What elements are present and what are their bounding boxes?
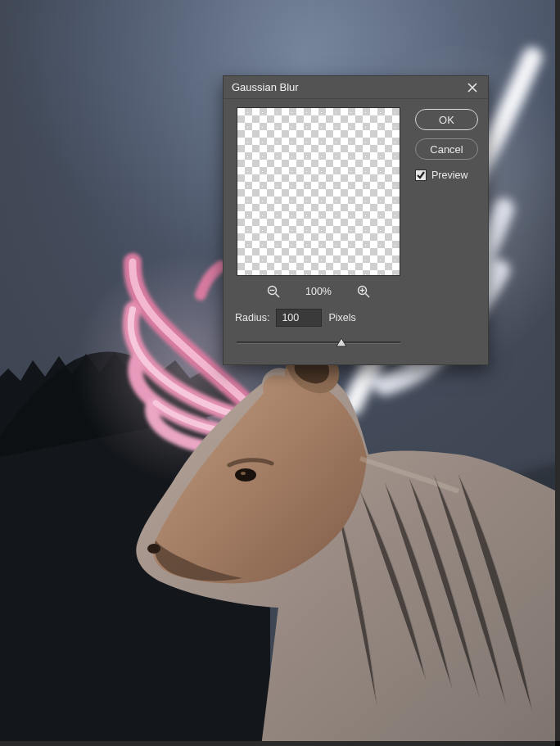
slider-thumb[interactable] [336, 337, 347, 348]
preview-label: Preview [431, 170, 467, 181]
scrollbar-horizontal[interactable] [0, 741, 555, 746]
dialog-title: Gaussian Blur [232, 81, 299, 93]
svg-point-4 [235, 468, 256, 482]
gaussian-blur-dialog: Gaussian Blur 100% [223, 75, 489, 365]
ok-label: OK [439, 114, 454, 126]
svg-line-7 [276, 294, 280, 298]
cancel-label: Cancel [430, 143, 463, 156]
check-icon [417, 171, 425, 179]
svg-point-5 [241, 472, 246, 475]
dialog-right-column: OK Cancel Preview [415, 107, 478, 353]
zoom-percentage: 100% [302, 286, 335, 297]
slider-track [237, 341, 400, 344]
cancel-button[interactable]: Cancel [415, 138, 478, 160]
close-icon [467, 83, 477, 93]
zoom-row: 100% [233, 279, 404, 304]
radius-input[interactable] [276, 309, 322, 327]
radius-unit: Pixels [328, 312, 355, 323]
preview-checkbox[interactable] [415, 170, 427, 181]
radius-label: Radius: [235, 312, 269, 323]
ok-button[interactable]: OK [415, 109, 478, 130]
scrollbar-vertical[interactable] [555, 0, 560, 741]
close-button[interactable] [465, 80, 480, 95]
slider-thumb-icon [336, 337, 347, 348]
radius-slider[interactable] [233, 333, 404, 353]
dialog-body: 100% Radius: Pixels [224, 99, 488, 364]
zoom-out-icon [267, 285, 280, 298]
radius-row: Radius: Pixels [233, 309, 404, 327]
zoom-out-button[interactable] [266, 284, 281, 299]
svg-line-10 [366, 294, 370, 298]
preview-checkbox-row: Preview [415, 170, 478, 181]
dialog-left-column: 100% Radius: Pixels [233, 107, 404, 353]
workspace: Gaussian Blur 100% [0, 0, 560, 746]
svg-marker-13 [336, 338, 346, 346]
svg-point-3 [147, 544, 160, 554]
zoom-in-button[interactable] [356, 284, 371, 299]
dialog-titlebar[interactable]: Gaussian Blur [224, 76, 488, 99]
zoom-in-icon [357, 285, 370, 298]
filter-preview[interactable] [237, 107, 400, 276]
